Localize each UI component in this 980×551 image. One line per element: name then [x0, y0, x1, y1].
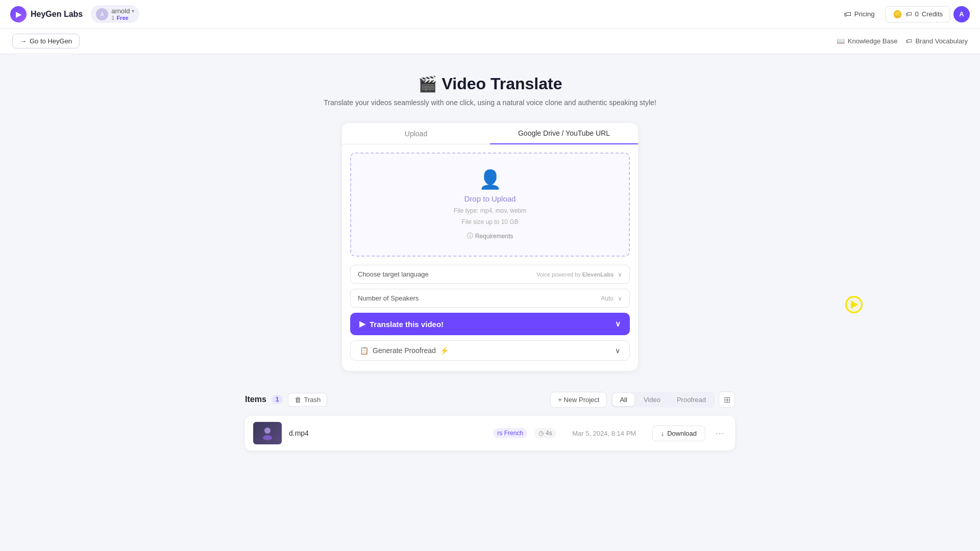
coin-icon: 🪙 [893, 10, 902, 19]
upload-person-icon: 👤 [479, 169, 502, 190]
credits-icon: 🏷 [905, 10, 912, 18]
items-count: 1 [272, 395, 283, 404]
download-button[interactable]: ↓ Download [652, 425, 705, 441]
proofread-btn-left: 📋 Generate Proofread ⚡ [360, 346, 449, 355]
powered-by-label: Voice powered by ElevenLabs [536, 271, 614, 278]
go-heygen-button[interactable]: → Go to HeyGen [12, 34, 80, 48]
clock-icon: ◷ [538, 430, 544, 437]
pricing-icon: 🏷 [844, 10, 851, 18]
play-icon: ▶ [359, 319, 365, 329]
file-types-info: File type: mp4, mov, webm [454, 207, 527, 214]
speakers-label: Number of Speakers [358, 294, 419, 302]
grid-view-button[interactable]: ⊞ [719, 391, 735, 408]
grid-icon: ⊞ [724, 395, 730, 405]
more-options-button[interactable]: ⋯ [713, 426, 727, 440]
knowledge-base-link[interactable]: 📖 Knowledge Base [837, 37, 898, 45]
arrow-right-icon: → [20, 37, 27, 45]
tab-gdrive[interactable]: Google Drive / YouTube URL [490, 123, 638, 144]
translate-btn-left: ▶ Translate this video! [359, 319, 444, 329]
file-list: d.mp4 rs French ◷ 4s Mar 5, 2024, 8:14 P… [245, 416, 735, 450]
brand-vocabulary-link[interactable]: 🏷 Brand Vocabulary [905, 37, 968, 45]
navbar-right: 🏷 Pricing 🪙 🏷 0 Credits A [837, 6, 970, 22]
avatar-button[interactable]: A [953, 6, 970, 22]
more-icon: ⋯ [715, 428, 724, 439]
file-name: d.mp4 [289, 429, 486, 437]
file-thumbnail [253, 422, 282, 444]
svg-point-1 [263, 435, 272, 440]
proofread-icon: 📋 [360, 346, 369, 355]
proofread-chevron-icon: ∨ [615, 346, 620, 355]
items-title: Items [245, 395, 266, 404]
tab-upload[interactable]: Upload [342, 123, 490, 144]
main-content: 🎬 Video Translate Translate your videos … [0, 54, 980, 481]
page-title: 🎬 Video Translate [418, 74, 562, 93]
translate-button[interactable]: ▶ Translate this video! ∨ [350, 313, 630, 335]
download-icon: ↓ [661, 430, 665, 437]
file-date: Mar 5, 2024, 8:14 PM [564, 430, 645, 437]
user-avatar: A [96, 8, 108, 20]
filter-tabs: All Video Proofread [611, 392, 715, 408]
speakers-select-right: Auto ∨ [601, 295, 622, 302]
speakers-select[interactable]: Number of Speakers Auto ∨ [350, 289, 630, 308]
file-duration: ◷ 4s [534, 428, 556, 438]
upload-card: Upload Google Drive / YouTube URL 👤 Drop… [342, 123, 638, 371]
logo-icon: ▶ [10, 6, 27, 22]
tag-icon: 🏷 [905, 37, 912, 45]
trash-button[interactable]: 🗑 Trash [288, 393, 327, 407]
language-select-right: Voice powered by ElevenLabs ∨ [536, 271, 622, 278]
credits-button[interactable]: 🪙 🏷 0 Credits [885, 6, 950, 22]
user-info: arnold ▾ 1 Free [111, 7, 134, 21]
items-section: Items 1 🗑 Trash + New Project All Video … [245, 391, 735, 450]
navbar-left: ▶ HeyGen Labs A arnold ▾ 1 Free [10, 5, 139, 23]
subheader-right: 📖 Knowledge Base 🏷 Brand Vocabulary [837, 37, 968, 45]
svg-point-0 [264, 428, 271, 434]
file-thumb-placeholder [253, 422, 282, 444]
controls: Choose target language Voice powered by … [342, 265, 638, 361]
filter-all-tab[interactable]: All [612, 393, 634, 406]
speakers-chevron-icon: ∨ [618, 295, 622, 302]
new-project-button[interactable]: + New Project [550, 392, 607, 408]
items-header-right: + New Project All Video Proofread ⊞ [550, 391, 735, 408]
logo: ▶ HeyGen Labs [10, 6, 83, 22]
user-chevron-icon: ▾ [132, 8, 134, 14]
speakers-value: Auto [601, 295, 614, 302]
file-size-info: File size up to 10 GB [461, 218, 518, 226]
powered-brand: ElevenLabs [582, 271, 614, 278]
language-label: Choose target language [358, 270, 429, 278]
filter-video-tab[interactable]: Video [636, 393, 668, 406]
user-sub: 1 Free [111, 15, 134, 21]
subheader: → Go to HeyGen 📖 Knowledge Base 🏷 Brand … [0, 29, 980, 54]
items-header-left: Items 1 🗑 Trash [245, 393, 327, 407]
lightning-icon: ⚡ [440, 346, 449, 355]
plan-badge: Free [116, 15, 128, 21]
book-icon: 📖 [837, 37, 845, 45]
page-subtitle: Translate your videos seamlessly with on… [324, 98, 656, 107]
chevron-down-icon: ∨ [618, 271, 622, 278]
pricing-button[interactable]: 🏷 Pricing [837, 7, 882, 21]
file-language: rs French [493, 428, 527, 438]
user-menu[interactable]: A arnold ▾ 1 Free [91, 5, 139, 23]
requirements-button[interactable]: ⓘ Requirements [467, 232, 513, 240]
items-header: Items 1 🗑 Trash + New Project All Video … [245, 391, 735, 408]
upload-tabs: Upload Google Drive / YouTube URL [342, 123, 638, 144]
info-icon: ⓘ [467, 232, 473, 240]
navbar: ▶ HeyGen Labs A arnold ▾ 1 Free 🏷 Pricin… [0, 0, 980, 29]
upload-dropzone[interactable]: 👤 Drop to Upload File type: mp4, mov, we… [350, 153, 630, 257]
video-translate-icon: 🎬 [418, 75, 437, 93]
trash-icon: 🗑 [295, 396, 301, 404]
filter-proofread-tab[interactable]: Proofread [670, 393, 713, 406]
logo-text: HeyGen Labs [31, 10, 83, 19]
user-name: arnold [111, 7, 130, 15]
proofread-button[interactable]: 📋 Generate Proofread ⚡ ∨ [350, 340, 630, 361]
translate-chevron-icon: ∨ [615, 319, 621, 329]
language-select[interactable]: Choose target language Voice powered by … [350, 265, 630, 284]
table-row: d.mp4 rs French ◷ 4s Mar 5, 2024, 8:14 P… [245, 416, 735, 450]
drop-label: Drop to Upload [464, 194, 516, 203]
